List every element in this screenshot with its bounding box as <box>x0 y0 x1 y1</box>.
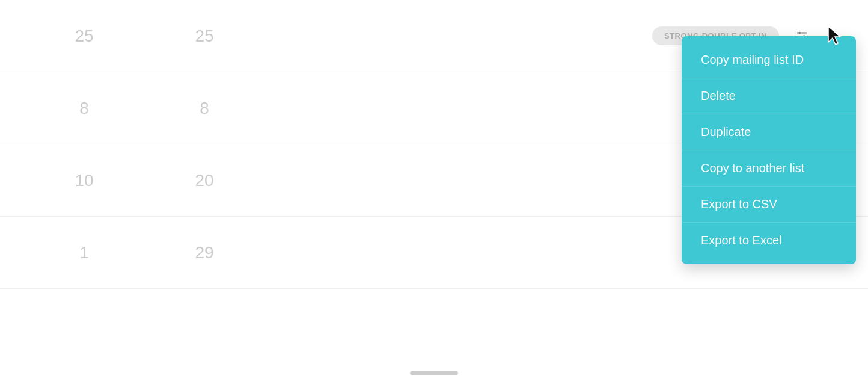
menu-item-export-csv[interactable]: Export to CSV <box>682 187 856 223</box>
cell-col1: 8 <box>24 99 144 118</box>
cell-col1: 25 <box>24 26 144 46</box>
cell-col1: 10 <box>24 171 144 190</box>
menu-item-copy-id[interactable]: Copy mailing list ID <box>682 42 856 78</box>
cell-col2: 20 <box>144 171 264 190</box>
table-container: 25 25 STRONG DOUBLE OPT-IN <box>0 0 868 381</box>
menu-item-copy-to-list[interactable]: Copy to another list <box>682 150 856 187</box>
context-menu: Copy mailing list ID Delete Duplicate Co… <box>682 36 856 264</box>
svg-point-3 <box>799 31 801 34</box>
cell-col2: 25 <box>144 26 264 46</box>
cell-col2: 29 <box>144 243 264 262</box>
menu-item-export-excel[interactable]: Export to Excel <box>682 223 856 258</box>
svg-point-6 <box>832 31 834 33</box>
menu-item-delete[interactable]: Delete <box>682 78 856 114</box>
cell-col1: 1 <box>24 243 144 262</box>
scrollbar[interactable] <box>410 371 458 375</box>
menu-item-duplicate[interactable]: Duplicate <box>682 114 856 150</box>
cell-col2: 8 <box>144 99 264 118</box>
